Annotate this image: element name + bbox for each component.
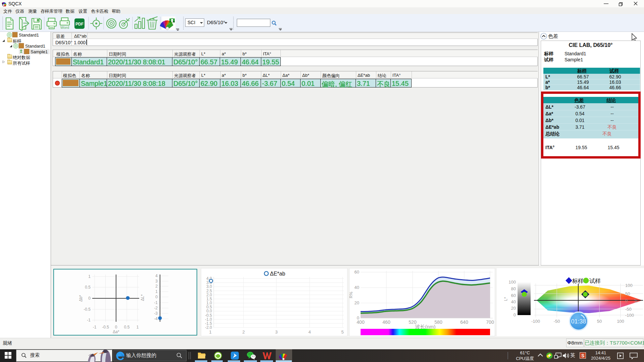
svg-text:0.5: 0.5 <box>124 325 130 329</box>
svg-text:40: 40 <box>355 285 359 290</box>
svg-text:Δb*: Δb* <box>78 295 83 302</box>
svg-text:40: 40 <box>511 299 516 304</box>
svg-text:60: 60 <box>355 269 359 275</box>
svg-text:b*: b* <box>634 299 638 303</box>
svg-text:-50: -50 <box>554 319 560 324</box>
svg-text:460: 460 <box>382 319 390 325</box>
svg-text:1: 1 <box>209 329 211 335</box>
svg-text:ΔL*: ΔL* <box>140 294 145 301</box>
svg-text:-0.5: -0.5 <box>102 325 109 329</box>
svg-text:-100: -100 <box>625 313 634 318</box>
svg-text:0: 0 <box>514 312 516 317</box>
svg-text:-4: -4 <box>154 316 158 321</box>
svg-text:0: 0 <box>155 295 158 299</box>
svg-text:100: 100 <box>617 319 624 324</box>
svg-text:0: 0 <box>115 325 117 329</box>
svg-text:-1: -1 <box>154 300 158 305</box>
svg-text:-2.0: -2.0 <box>205 325 212 330</box>
svg-text:50: 50 <box>625 291 630 296</box>
svg-text:3: 3 <box>275 329 277 335</box>
svg-text:试样: 试样 <box>589 278 601 284</box>
svg-text:80: 80 <box>511 286 516 291</box>
svg-text:2: 2 <box>155 284 158 289</box>
svg-text:1: 1 <box>88 274 91 279</box>
svg-text:2: 2 <box>242 329 245 335</box>
svg-text:400: 400 <box>357 319 365 325</box>
svg-text:-50: -50 <box>625 307 632 312</box>
svg-text:580: 580 <box>434 319 442 325</box>
svg-text:R%: R% <box>349 292 354 298</box>
svg-text:4: 4 <box>155 274 158 278</box>
svg-text:波长(nm): 波长(nm) <box>415 324 436 329</box>
svg-text:Δa*: Δa* <box>113 329 119 334</box>
svg-text:0.5: 0.5 <box>85 285 91 290</box>
svg-text:0: 0 <box>625 298 628 303</box>
svg-text:-1: -1 <box>87 318 91 322</box>
svg-text:4: 4 <box>308 329 311 335</box>
svg-text:-2: -2 <box>154 306 158 310</box>
svg-text:100: 100 <box>508 280 516 285</box>
svg-text:-0.5: -0.5 <box>84 307 91 312</box>
svg-text:Word: Word <box>60 25 69 29</box>
svg-text:1: 1 <box>155 289 158 294</box>
svg-text:标样: 标样 <box>572 278 584 284</box>
svg-text:640: 640 <box>460 319 468 325</box>
svg-text:-100: -100 <box>531 319 540 324</box>
svg-text:700: 700 <box>486 319 494 325</box>
svg-text:L*: L* <box>503 297 508 301</box>
svg-text:20: 20 <box>355 300 359 305</box>
svg-text:-1: -1 <box>93 325 97 329</box>
svg-text:60: 60 <box>511 293 516 298</box>
svg-text:1: 1 <box>137 325 139 329</box>
svg-text:50: 50 <box>597 319 602 324</box>
svg-text:100: 100 <box>625 283 633 288</box>
svg-text:-3: -3 <box>154 311 158 316</box>
svg-text:5: 5 <box>341 329 343 335</box>
svg-text:20: 20 <box>511 306 516 311</box>
svg-text:PDF: PDF <box>75 22 84 26</box>
svg-text:0: 0 <box>88 296 91 301</box>
svg-text:ΔE*ab: ΔE*ab <box>270 271 285 277</box>
svg-text:3: 3 <box>155 279 158 284</box>
svg-text:01:38: 01:38 <box>571 318 586 325</box>
